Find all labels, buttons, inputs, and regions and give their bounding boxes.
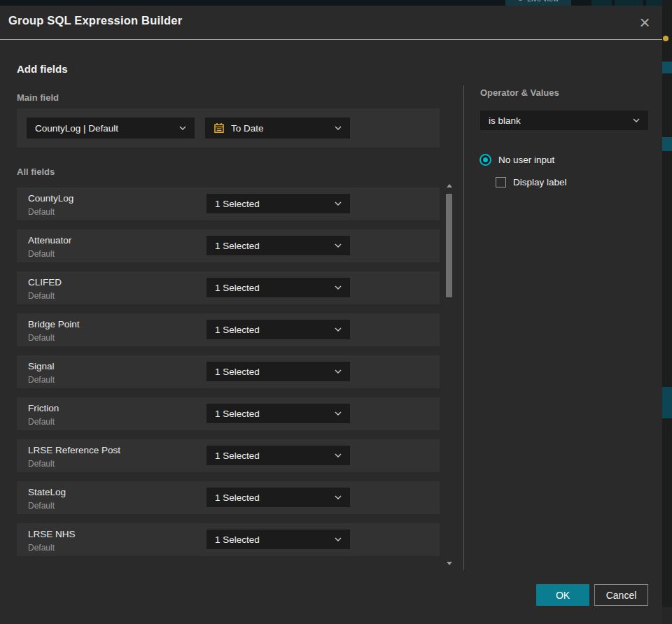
background-teal-block bbox=[662, 62, 672, 73]
field-selected-dropdown[interactable]: 1 Selected bbox=[206, 446, 350, 465]
field-name: LRSE NHS bbox=[28, 529, 76, 539]
vertical-divider bbox=[463, 85, 464, 570]
field-row: Bridge Point Default 1 Selected bbox=[17, 313, 440, 346]
field-selected-dropdown[interactable]: 1 Selected bbox=[206, 488, 350, 507]
field-name: CLIFED bbox=[28, 277, 62, 288]
field-selected-value: 1 Selected bbox=[215, 325, 335, 335]
field-layer-name: Default bbox=[28, 291, 55, 301]
dialog-header: Group SQL Expression Builder × bbox=[0, 6, 662, 40]
background-amber-dot bbox=[663, 36, 668, 41]
field-layer-name: Default bbox=[28, 333, 55, 343]
display-label-label: Display label bbox=[513, 177, 567, 187]
date-field-dropdown[interactable]: To Date bbox=[205, 118, 350, 139]
fields-list-scrollbar[interactable] bbox=[446, 184, 453, 565]
background-right-strip bbox=[662, 0, 672, 624]
ok-button[interactable]: OK bbox=[536, 584, 589, 606]
field-name: Signal bbox=[28, 361, 55, 371]
field-selected-dropdown[interactable]: 1 Selected bbox=[206, 404, 350, 423]
main-field-dropdown-value: CountyLog | Default bbox=[35, 123, 179, 134]
field-selected-dropdown[interactable]: 1 Selected bbox=[206, 362, 350, 381]
background-toolbar-segment bbox=[592, 0, 612, 6]
field-layer-name: Default bbox=[28, 207, 55, 217]
chevron-down-icon bbox=[335, 537, 342, 541]
chevron-down-icon bbox=[335, 327, 342, 332]
field-layer-name: Default bbox=[28, 543, 55, 553]
all-fields-label: All fields bbox=[17, 166, 55, 177]
field-row: LRSE NHS Default 1 Selected bbox=[17, 523, 440, 556]
chevron-down-icon bbox=[335, 495, 342, 499]
radio-dot-icon bbox=[483, 157, 488, 162]
field-selected-value: 1 Selected bbox=[215, 492, 335, 503]
chevron-down-icon bbox=[335, 411, 342, 416]
live-view-dot-icon bbox=[518, 0, 523, 1]
field-selected-value: 1 Selected bbox=[215, 451, 335, 461]
field-selected-dropdown[interactable]: 1 Selected bbox=[206, 530, 350, 549]
live-view-toggle: Live view bbox=[505, 0, 571, 6]
radio-icon bbox=[479, 154, 491, 166]
field-selected-value: 1 Selected bbox=[215, 241, 335, 251]
operator-values-label: Operator & Values bbox=[480, 87, 559, 98]
background-top-strip: Live view bbox=[0, 0, 672, 6]
field-name: Bridge Point bbox=[28, 319, 80, 329]
chevron-down-icon bbox=[335, 369, 342, 374]
field-layer-name: Default bbox=[28, 417, 55, 427]
chevron-down-icon bbox=[335, 243, 342, 248]
no-user-input-label: No user input bbox=[498, 155, 554, 165]
field-name: Attenuator bbox=[28, 235, 71, 246]
background-teal-block bbox=[662, 137, 672, 151]
field-layer-name: Default bbox=[28, 249, 55, 259]
date-field-dropdown-value: To Date bbox=[231, 123, 328, 134]
field-row: LRSE Reference Post Default 1 Selected bbox=[17, 439, 440, 472]
field-name: Friction bbox=[28, 403, 59, 413]
chevron-down-icon bbox=[335, 126, 342, 130]
operator-dropdown-value: is blank bbox=[489, 115, 633, 126]
field-selected-value: 1 Selected bbox=[215, 534, 335, 545]
field-row: Attenuator Default 1 Selected bbox=[17, 229, 440, 262]
no-user-input-radio[interactable]: No user input bbox=[479, 154, 554, 166]
field-layer-name: Default bbox=[28, 375, 55, 385]
field-name: LRSE Reference Post bbox=[28, 445, 120, 455]
chevron-down-icon bbox=[633, 118, 640, 122]
close-icon[interactable]: × bbox=[633, 10, 657, 35]
field-name: CountyLog bbox=[28, 193, 74, 204]
field-row: StateLog Default 1 Selected bbox=[17, 481, 440, 514]
field-selected-value: 1 Selected bbox=[215, 199, 335, 209]
scroll-down-icon[interactable] bbox=[447, 562, 452, 565]
cancel-button[interactable]: Cancel bbox=[594, 584, 648, 606]
chevron-down-icon bbox=[335, 453, 342, 458]
dialog-title: Group SQL Expression Builder bbox=[8, 14, 182, 27]
all-fields-list: CountyLog Default 1 Selected Attenuator … bbox=[17, 187, 440, 565]
main-field-panel: CountyLog | Default To Date bbox=[17, 108, 440, 148]
field-selected-dropdown[interactable]: 1 Selected bbox=[206, 278, 350, 297]
scroll-up-icon[interactable] bbox=[447, 184, 452, 187]
operator-dropdown[interactable]: is blank bbox=[480, 111, 648, 130]
field-row: CountyLog Default 1 Selected bbox=[17, 187, 440, 220]
field-selected-dropdown[interactable]: 1 Selected bbox=[206, 320, 350, 339]
field-selected-dropdown[interactable]: 1 Selected bbox=[206, 194, 350, 213]
background-toolbar-segment bbox=[615, 0, 643, 6]
field-row: Signal Default 1 Selected bbox=[17, 355, 440, 388]
field-row: CLIFED Default 1 Selected bbox=[17, 271, 440, 304]
field-layer-name: Default bbox=[28, 501, 55, 511]
background-toolbar-segment bbox=[646, 0, 662, 6]
background-block bbox=[662, 607, 672, 624]
chevron-down-icon bbox=[335, 201, 342, 206]
field-row: Friction Default 1 Selected bbox=[17, 397, 440, 430]
chevron-down-icon bbox=[335, 285, 342, 290]
main-field-dropdown[interactable]: CountyLog | Default bbox=[27, 118, 195, 139]
checkbox-icon bbox=[496, 177, 506, 187]
display-label-checkbox[interactable]: Display label bbox=[496, 177, 567, 187]
field-selected-dropdown[interactable]: 1 Selected bbox=[206, 236, 350, 255]
background-teal-block bbox=[662, 387, 672, 418]
field-selected-value: 1 Selected bbox=[215, 367, 335, 377]
chevron-down-icon bbox=[179, 126, 186, 130]
field-name: StateLog bbox=[28, 487, 66, 497]
add-fields-heading: Add fields bbox=[17, 63, 68, 75]
scrollbar-thumb[interactable] bbox=[446, 194, 452, 297]
field-selected-value: 1 Selected bbox=[215, 409, 335, 419]
calendar-icon bbox=[214, 122, 225, 134]
group-sql-expression-builder-dialog: Group SQL Expression Builder × Add field… bbox=[0, 6, 662, 624]
live-view-label: Live view bbox=[527, 0, 559, 3]
field-selected-value: 1 Selected bbox=[215, 283, 335, 293]
field-layer-name: Default bbox=[28, 459, 55, 469]
